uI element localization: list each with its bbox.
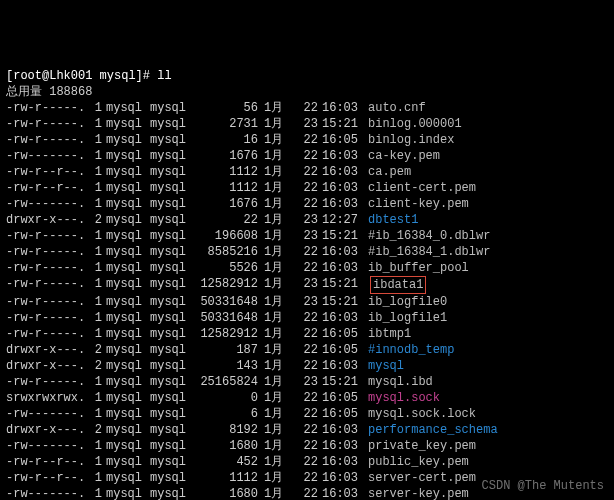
size: 25165824 — [192, 374, 258, 390]
links: 1 — [88, 470, 102, 486]
size: 8192 — [192, 422, 258, 438]
filename-wrap: auto.cnf — [368, 100, 426, 116]
perms: -rw-------. — [6, 438, 88, 454]
file-row: -rw-r-----.1mysqlmysql503316481月2216:03i… — [6, 310, 608, 326]
perms: -rw-r-----. — [6, 260, 88, 276]
file-row: srwxrwxrwx.1mysqlmysql01月2216:05mysql.so… — [6, 390, 608, 406]
time: 16:05 — [322, 132, 364, 148]
links: 1 — [88, 326, 102, 342]
size: 1680 — [192, 438, 258, 454]
month: 1月 — [264, 358, 290, 374]
time: 16:03 — [322, 470, 364, 486]
perms: -rw-r--r--. — [6, 470, 88, 486]
size: 50331648 — [192, 294, 258, 310]
time: 16:03 — [322, 196, 364, 212]
owner: mysql — [106, 244, 148, 260]
month: 1月 — [264, 180, 290, 196]
links: 1 — [88, 406, 102, 422]
filename: server-key.pem — [368, 487, 469, 500]
filename: ib_logfile1 — [368, 311, 447, 325]
group: mysql — [150, 148, 192, 164]
filename: mysql.sock.lock — [368, 407, 476, 421]
day: 22 — [290, 454, 318, 470]
filename: #ib_16384_1.dblwr — [368, 245, 490, 259]
month: 1月 — [264, 406, 290, 422]
group: mysql — [150, 228, 192, 244]
group: mysql — [150, 454, 192, 470]
filename: server-cert.pem — [368, 471, 476, 485]
owner: mysql — [106, 116, 148, 132]
group: mysql — [150, 100, 192, 116]
day: 22 — [290, 470, 318, 486]
links: 1 — [88, 260, 102, 276]
file-row: -rw-------.1mysqlmysql61月2216:05mysql.so… — [6, 406, 608, 422]
group: mysql — [150, 486, 192, 500]
links: 1 — [88, 196, 102, 212]
perms: -rw-------. — [6, 486, 88, 500]
day: 23 — [290, 294, 318, 310]
file-row: -rw-r--r--.1mysqlmysql11121月2216:03clien… — [6, 180, 608, 196]
group: mysql — [150, 326, 192, 342]
day: 22 — [290, 244, 318, 260]
group: mysql — [150, 116, 192, 132]
file-row: drwxr-x---.2mysqlmysql81921月2216:03perfo… — [6, 422, 608, 438]
filename: ib_logfile0 — [368, 295, 447, 309]
perms: -rw-r--r--. — [6, 164, 88, 180]
file-row: -rw-r-----.1mysqlmysql503316481月2315:21i… — [6, 294, 608, 310]
day: 22 — [290, 164, 318, 180]
time: 16:03 — [322, 438, 364, 454]
size: 2731 — [192, 116, 258, 132]
group: mysql — [150, 260, 192, 276]
perms: -rw-r-----. — [6, 132, 88, 148]
links: 1 — [88, 310, 102, 326]
group: mysql — [150, 358, 192, 374]
links: 1 — [88, 244, 102, 260]
file-row: -rw-------.1mysqlmysql16761月2216:03clien… — [6, 196, 608, 212]
group: mysql — [150, 342, 192, 358]
day: 22 — [290, 196, 318, 212]
file-row: drwxr-x---.2mysqlmysql1871月2216:05#innod… — [6, 342, 608, 358]
month: 1月 — [264, 212, 290, 228]
owner: mysql — [106, 454, 148, 470]
filename: ibtmp1 — [368, 327, 411, 341]
filename: client-cert.pem — [368, 181, 476, 195]
day: 22 — [290, 326, 318, 342]
filename: public_key.pem — [368, 455, 469, 469]
filename: #innodb_temp — [368, 343, 454, 357]
perms: -rw-r-----. — [6, 116, 88, 132]
owner: mysql — [106, 374, 148, 390]
file-row: -rw-r-----.1mysqlmysql125829121月2315:21i… — [6, 276, 608, 294]
size: 16 — [192, 132, 258, 148]
month: 1月 — [264, 342, 290, 358]
owner: mysql — [106, 294, 148, 310]
time: 16:03 — [322, 422, 364, 438]
month: 1月 — [264, 438, 290, 454]
size: 1112 — [192, 164, 258, 180]
links: 1 — [88, 228, 102, 244]
owner: mysql — [106, 390, 148, 406]
links: 1 — [88, 148, 102, 164]
group: mysql — [150, 438, 192, 454]
links: 1 — [88, 116, 102, 132]
filename-wrap: mysql.sock — [368, 390, 440, 406]
filename: ca-key.pem — [368, 149, 440, 163]
filename: mysql.ibd — [368, 375, 433, 389]
filename-wrap: mysql.ibd — [368, 374, 433, 390]
links: 1 — [88, 164, 102, 180]
filename-wrap: ibtmp1 — [368, 326, 411, 342]
time: 16:03 — [322, 310, 364, 326]
size: 8585216 — [192, 244, 258, 260]
month: 1月 — [264, 486, 290, 500]
owner: mysql — [106, 276, 148, 294]
owner: mysql — [106, 212, 148, 228]
prompt-line[interactable]: [root@Lhk001 mysql]# ll — [6, 68, 608, 84]
size: 1680 — [192, 486, 258, 500]
size: 1112 — [192, 180, 258, 196]
time: 16:03 — [322, 260, 364, 276]
size: 1676 — [192, 196, 258, 212]
perms: -rw-r--r--. — [6, 454, 88, 470]
month: 1月 — [264, 422, 290, 438]
perms: drwxr-x---. — [6, 422, 88, 438]
filename-wrap: private_key.pem — [368, 438, 476, 454]
filename: mysql — [368, 359, 404, 373]
